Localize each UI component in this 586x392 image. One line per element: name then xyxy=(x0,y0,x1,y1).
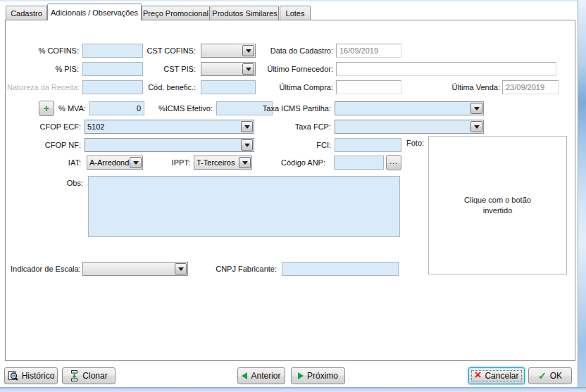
clonar-button[interactable]: Clonar xyxy=(62,367,116,384)
cancelar-button[interactable]: × Cancelar xyxy=(468,367,525,384)
product-form-window: Cadastro Adicionais / Observações Preço … xyxy=(0,0,586,392)
chevron-down-icon[interactable] xyxy=(242,63,254,75)
taxa-fcp-label: Taxa FCP: xyxy=(259,122,331,131)
cod-benefic-label: Cód. benefic.: xyxy=(131,83,196,91)
ok-button[interactable]: ✓ OK xyxy=(528,367,572,384)
indicador-escala-select[interactable] xyxy=(82,262,188,276)
mva-label: % MVA: xyxy=(58,104,86,113)
clonar-button-label: Clonar xyxy=(82,371,107,381)
ultimo-fornecedor-label: Último Fornecedor: xyxy=(261,65,333,73)
indicador-escala-label: Indicador de Escala: xyxy=(11,265,80,273)
tab-label: Preço Promocional xyxy=(143,9,208,18)
focus-ring xyxy=(471,370,522,381)
codigo-anp-browse-button[interactable]: ... xyxy=(386,155,401,170)
cofins-label: % COFINS: xyxy=(14,46,79,55)
fci-input[interactable] xyxy=(335,138,401,152)
ippt-label: IPPT: xyxy=(154,158,190,167)
cod-benefic-input[interactable] xyxy=(201,80,256,94)
pis-label: % PIS: xyxy=(14,65,79,73)
cst-cofins-select[interactable] xyxy=(201,44,256,58)
historico-button-label: Histórico xyxy=(22,371,55,381)
next-arrow-icon xyxy=(298,372,304,379)
history-search-icon xyxy=(8,371,18,381)
chevron-down-icon[interactable] xyxy=(241,121,253,132)
ok-button-label: OK xyxy=(550,371,562,381)
cst-cofins-label: CST COFINS: xyxy=(131,46,196,55)
tab-cadastro[interactable]: Cadastro xyxy=(6,6,47,20)
tab-label: Produtos Similares xyxy=(212,9,277,18)
chevron-down-icon[interactable] xyxy=(175,263,187,274)
fci-label: FCI: xyxy=(259,141,331,149)
photo-hint-line1: Clique com o botão xyxy=(464,195,531,206)
cst-pis-label: CST PIS: xyxy=(131,65,196,73)
historico-button[interactable]: Histórico xyxy=(4,367,58,384)
ultima-venda-label: Última Venda: xyxy=(428,83,500,91)
anterior-button[interactable]: Anterior xyxy=(237,367,285,384)
taxa-icms-partilha-select[interactable] xyxy=(335,101,484,115)
chevron-down-icon[interactable] xyxy=(241,139,253,151)
codigo-anp-input[interactable] xyxy=(334,156,384,170)
ippt-value: T-Terceiros xyxy=(194,158,239,167)
proximo-button[interactable]: Próximo xyxy=(291,367,345,384)
tab-adicionais-observacoes[interactable]: Adicionais / Observações xyxy=(47,4,142,20)
ippt-select[interactable]: T-Terceiros xyxy=(194,156,252,170)
chevron-down-icon[interactable] xyxy=(470,103,482,114)
codigo-anp-label: Código ANP: xyxy=(254,158,325,167)
ultima-venda-input xyxy=(502,80,559,94)
data-cadastro-label: Data do Cadastro: xyxy=(261,46,333,55)
tab-lotes[interactable]: Lotes xyxy=(280,6,311,20)
ellipsis-icon: ... xyxy=(389,157,398,165)
cnpj-fabricante-input[interactable] xyxy=(282,262,399,276)
chevron-down-icon[interactable] xyxy=(242,45,254,56)
obs-label: Obs: xyxy=(54,179,83,187)
iat-value: A-Arredond xyxy=(87,158,130,167)
anterior-button-label: Anterior xyxy=(251,371,280,381)
plus-icon: + xyxy=(44,103,50,113)
mva-input[interactable] xyxy=(89,101,144,115)
natureza-receita-label: Natureza da Receita: xyxy=(7,83,79,91)
tab-label: Cadastro xyxy=(11,9,42,18)
cfop-ecf-select[interactable]: 5102 xyxy=(85,120,254,134)
cfop-ecf-label: CFOP ECF: xyxy=(16,122,81,131)
chevron-down-icon[interactable] xyxy=(239,157,251,168)
data-cadastro-input xyxy=(336,44,401,58)
foto-label: Foto: xyxy=(406,139,430,147)
cnpj-fabricante-label: CNPJ Fabricante: xyxy=(205,265,277,273)
obs-textarea[interactable] xyxy=(88,176,400,237)
previous-arrow-icon xyxy=(242,372,247,379)
proximo-button-label: Próximo xyxy=(307,371,338,381)
tab-produtos-similares[interactable]: Produtos Similares xyxy=(211,6,279,20)
window-bottom-border xyxy=(0,387,586,392)
ok-check-icon: ✓ xyxy=(538,371,547,381)
cfop-ecf-value: 5102 xyxy=(85,122,241,131)
window-top-border xyxy=(0,0,586,1)
cst-pis-select[interactable] xyxy=(201,62,256,76)
icms-efetivo-label: %ICMS Efetivo: xyxy=(148,104,213,113)
iat-select[interactable]: A-Arredond xyxy=(87,156,143,170)
taxa-icms-partilha-label: Taxa ICMS Partilha: xyxy=(259,104,331,113)
window-right-border xyxy=(578,0,586,392)
photo-dropzone[interactable]: Clique com o botão invertido xyxy=(428,136,567,274)
taxa-fcp-select[interactable] xyxy=(335,120,484,134)
chevron-down-icon[interactable] xyxy=(130,157,142,168)
chevron-down-icon[interactable] xyxy=(470,121,482,132)
ultima-compra-label: Última Compra: xyxy=(261,83,333,91)
cfop-nf-label: CFOP NF: xyxy=(16,141,81,149)
ultimo-fornecedor-input[interactable] xyxy=(336,62,556,76)
tab-label: Lotes xyxy=(286,9,305,18)
add-mva-button[interactable]: + xyxy=(39,101,54,116)
photo-hint-line2: invertido xyxy=(483,206,513,216)
tab-preco-promocional[interactable]: Preço Promocional xyxy=(142,6,210,20)
ultima-compra-input[interactable] xyxy=(336,80,401,94)
cfop-nf-select[interactable] xyxy=(85,138,254,152)
iat-label: IAT: xyxy=(44,158,81,167)
tab-label: Adicionais / Observações xyxy=(51,8,138,17)
clone-icon xyxy=(70,370,79,381)
